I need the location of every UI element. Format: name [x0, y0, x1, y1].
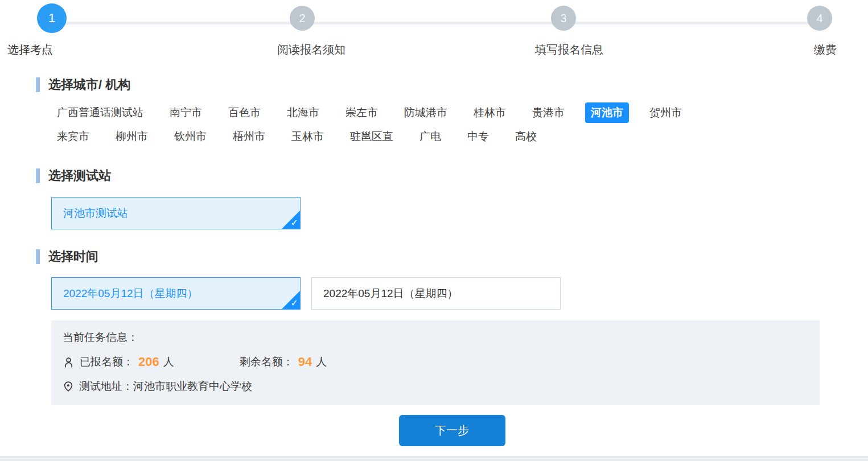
footer-bar — [0, 456, 868, 461]
section-city-header: 选择城市/ 机构 — [36, 76, 868, 93]
time-option[interactable]: 2022年05月12日（星期四） — [311, 277, 561, 310]
city-option[interactable]: 钦州市 — [168, 126, 212, 147]
city-option[interactable]: 桂林市 — [468, 102, 512, 123]
step-circle-4: 4 — [807, 6, 832, 31]
step-connector-line — [52, 22, 820, 24]
city-row-2: 来宾市柳州市钦州市梧州市玉林市驻邕区直广电中专高校 — [51, 126, 868, 147]
city-option[interactable]: 玉林市 — [286, 126, 330, 147]
check-icon: ✓ — [291, 219, 298, 228]
city-option[interactable]: 贵港市 — [526, 102, 570, 123]
city-option[interactable]: 来宾市 — [51, 126, 95, 147]
city-row-1: 广西普通话测试站南宁市百色市北海市崇左市防城港市桂林市贵港市河池市贺州市 — [51, 102, 868, 123]
city-option[interactable]: 广西普通话测试站 — [51, 102, 149, 123]
city-option[interactable]: 中专 — [462, 126, 495, 147]
step-label-2: 阅读报名须知 — [277, 42, 345, 57]
section-station-header: 选择测试站 — [36, 167, 868, 184]
city-option[interactable]: 梧州市 — [227, 126, 271, 147]
city-option[interactable]: 崇左市 — [340, 102, 384, 123]
task-info-panel: 当前任务信息： 已报名额： 206 人 剩余名额： 94 人 — [51, 320, 820, 405]
section-time-header: 选择时间 — [36, 248, 868, 265]
city-option[interactable]: 高校 — [509, 126, 542, 147]
location-pin-icon — [63, 380, 74, 393]
city-option[interactable]: 柳州市 — [110, 126, 154, 147]
section-marker-bar — [36, 77, 40, 92]
time-option-label: 2022年05月12日（星期四） — [323, 286, 458, 301]
section-marker-bar — [36, 249, 40, 264]
city-option[interactable]: 百色市 — [223, 102, 266, 123]
section-station-title: 选择测试站 — [48, 167, 111, 184]
address-label: 测试地址： — [79, 379, 133, 394]
section-time: 选择时间 2022年05月12日（星期四）✓2022年05月12日（星期四） — [36, 248, 868, 310]
city-option[interactable]: 贺州市 — [644, 102, 688, 123]
remaining-value: 94 — [298, 355, 312, 369]
city-option[interactable]: 北海市 — [281, 102, 325, 123]
main-content: 选择城市/ 机构 广西普通话测试站南宁市百色市北海市崇左市防城港市桂林市贵港市河… — [0, 76, 868, 446]
step-label-3: 填写报名信息 — [535, 42, 603, 57]
step-circle-1: 1 — [37, 3, 67, 33]
remaining-label: 剩余名额： — [240, 355, 294, 369]
remaining-unit: 人 — [316, 355, 327, 369]
section-city-title: 选择城市/ 机构 — [48, 76, 130, 93]
station-option-label: 河池市测试站 — [63, 206, 128, 221]
city-option[interactable]: 驻邕区直 — [344, 126, 399, 147]
registered-label: 已报名额： — [80, 355, 134, 369]
person-icon — [63, 356, 75, 368]
section-time-title: 选择时间 — [48, 248, 98, 265]
time-options: 2022年05月12日（星期四）✓2022年05月12日（星期四） — [51, 277, 868, 310]
address-value: 河池市职业教育中心学校 — [133, 379, 252, 394]
city-option[interactable]: 河池市 — [585, 102, 629, 123]
check-icon: ✓ — [291, 299, 298, 308]
time-option[interactable]: 2022年05月12日（星期四）✓ — [51, 277, 301, 310]
step-circle-3: 3 — [551, 6, 576, 31]
station-option[interactable]: 河池市测试站 ✓ — [51, 197, 301, 229]
city-list: 广西普通话测试站南宁市百色市北海市崇左市防城港市桂林市贵港市河池市贺州市来宾市柳… — [51, 102, 868, 147]
step-indicator: 1选择考点2阅读报名须知3填写报名信息4缴费 — [0, 0, 868, 60]
step-label-4: 缴费 — [814, 42, 837, 57]
section-station: 选择测试站 河池市测试站 ✓ — [36, 167, 868, 229]
next-step-button[interactable]: 下一步 — [399, 415, 505, 446]
city-option[interactable]: 防城港市 — [398, 102, 453, 123]
section-city: 选择城市/ 机构 广西普通话测试站南宁市百色市北海市崇左市防城港市桂林市贵港市河… — [36, 76, 868, 147]
registered-value: 206 — [138, 355, 159, 369]
registered-unit: 人 — [163, 355, 174, 369]
step-circle-2: 2 — [290, 6, 315, 31]
city-option[interactable]: 南宁市 — [164, 102, 208, 123]
task-info-title: 当前任务信息： — [63, 330, 138, 345]
time-option-label: 2022年05月12日（星期四） — [63, 286, 198, 301]
section-marker-bar — [36, 168, 40, 183]
city-option[interactable]: 广电 — [414, 126, 447, 147]
step-label-1: 选择考点 — [7, 42, 53, 57]
